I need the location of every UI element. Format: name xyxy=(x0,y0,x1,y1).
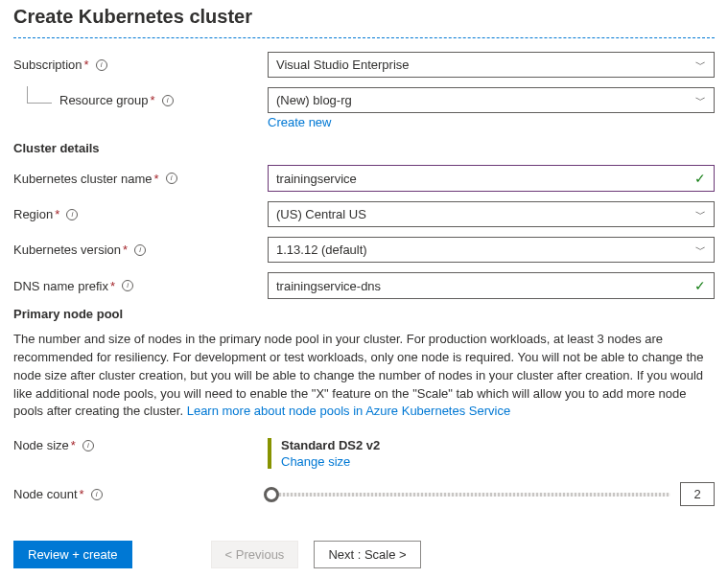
slider-thumb-icon[interactable] xyxy=(264,487,279,502)
cluster-name-input[interactable]: trainingservice ✓ xyxy=(268,165,715,192)
info-icon[interactable]: i xyxy=(96,59,107,71)
chevron-down-icon: ﹀ xyxy=(695,93,706,107)
review-create-button[interactable]: Review + create xyxy=(13,541,132,568)
version-select[interactable]: 1.13.12 (default) ﹀ xyxy=(268,237,715,263)
version-label: Kubernetes version * i xyxy=(13,243,268,257)
divider xyxy=(13,37,715,38)
create-new-link[interactable]: Create new xyxy=(268,115,331,129)
info-icon[interactable]: i xyxy=(166,173,177,184)
node-size-label: Node size * i xyxy=(13,438,268,452)
resource-group-select[interactable]: (New) blog-rg ﹀ xyxy=(268,87,715,113)
info-icon[interactable]: i xyxy=(134,244,146,256)
cluster-name-label: Kubernetes cluster name * i xyxy=(13,172,268,186)
chevron-down-icon: ﹀ xyxy=(695,207,706,221)
chevron-down-icon: ﹀ xyxy=(695,58,706,72)
subscription-value: Visual Studio Enterprise xyxy=(276,58,410,72)
node-count-label: Node count * i xyxy=(13,487,268,501)
next-button[interactable]: Next : Scale > xyxy=(314,541,420,568)
tree-connector-icon xyxy=(27,86,52,104)
region-label: Region * i xyxy=(13,207,268,221)
node-count-input[interactable]: 2 xyxy=(680,482,715,506)
info-icon[interactable]: i xyxy=(66,209,78,220)
required-asterisk: * xyxy=(84,58,89,72)
chevron-down-icon: ﹀ xyxy=(695,243,706,257)
dns-prefix-label: DNS name prefix * i xyxy=(13,279,268,293)
primary-pool-description: The number and size of nodes in the prim… xyxy=(13,331,715,421)
node-size-display: Standard DS2 v2 Change size xyxy=(268,438,715,469)
primary-pool-heading: Primary node pool xyxy=(13,307,715,321)
subscription-label: Subscription * i xyxy=(13,58,268,72)
learn-more-link[interactable]: Learn more about node pools in Azure Kub… xyxy=(187,404,511,418)
previous-button: < Previous xyxy=(211,541,299,568)
subscription-select[interactable]: Visual Studio Enterprise ﹀ xyxy=(268,52,715,78)
info-icon[interactable]: i xyxy=(91,489,103,500)
info-icon[interactable]: i xyxy=(82,440,94,451)
region-select[interactable]: (US) Central US ﹀ xyxy=(268,201,715,227)
resource-group-label: Resource group * i xyxy=(13,92,268,109)
node-count-slider[interactable] xyxy=(268,493,670,497)
info-icon[interactable]: i xyxy=(162,95,174,106)
cluster-details-heading: Cluster details xyxy=(13,141,715,155)
check-icon: ✓ xyxy=(694,171,706,186)
change-size-link[interactable]: Change size xyxy=(281,454,715,469)
check-icon: ✓ xyxy=(694,278,706,293)
resource-group-value: (New) blog-rg xyxy=(276,93,352,107)
info-icon[interactable]: i xyxy=(122,280,133,291)
page-title: Create Kubernetes cluster xyxy=(13,6,715,28)
dns-prefix-input[interactable]: trainingservice-dns ✓ xyxy=(268,272,715,299)
